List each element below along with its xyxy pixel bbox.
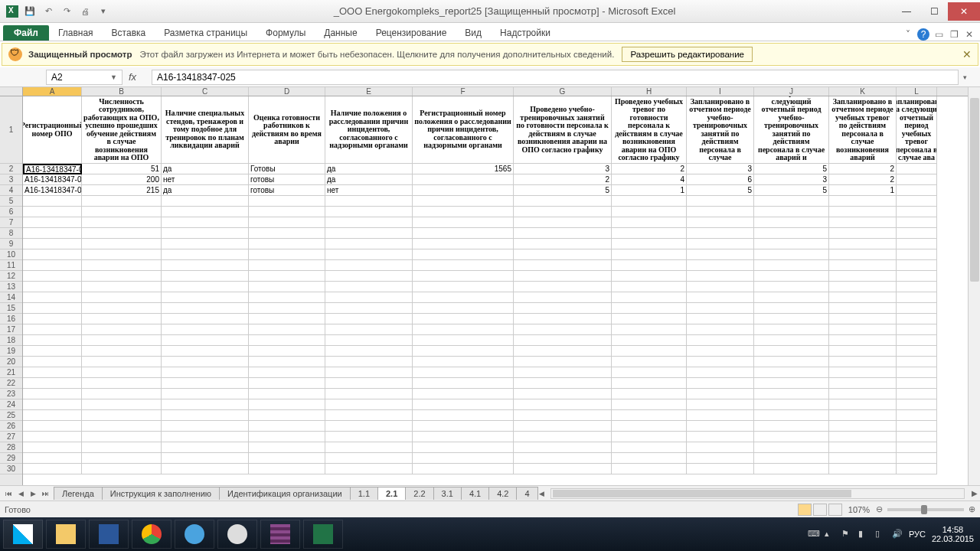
cell[interactable] [514,228,612,239]
cell[interactable] [249,453,325,464]
cell[interactable] [23,335,82,346]
row-header[interactable]: 18 [0,335,22,346]
header-cell[interactable]: Запланировано на следующий отчетный пери… [754,96,829,164]
cell[interactable]: 1565 [413,164,514,174]
header-cell[interactable]: Запланировано в отчетном периоде учебных… [829,96,897,164]
sheet-scroll-right-icon[interactable]: ▶ [969,489,980,497]
cell[interactable] [754,367,829,378]
minimize-button[interactable]: — [893,2,920,21]
column-header-K[interactable]: K [829,87,897,96]
cell[interactable] [829,314,897,324]
close-button[interactable]: ✕ [948,2,980,21]
cell[interactable] [23,217,82,228]
cell[interactable] [23,432,82,442]
cell[interactable] [897,174,937,185]
cell[interactable]: да [162,185,249,196]
cell[interactable] [687,453,754,464]
taskbar-explorer[interactable] [46,520,86,549]
cell[interactable] [249,271,325,282]
cell[interactable] [514,335,612,346]
cell[interactable] [687,357,754,367]
cell[interactable] [514,324,612,335]
cell[interactable] [82,207,162,217]
row-header[interactable]: 7 [0,217,22,228]
cell[interactable] [162,249,249,260]
cell[interactable] [897,260,937,271]
cell[interactable] [325,357,413,367]
undo-icon[interactable]: ↶ [41,5,55,18]
tray-language[interactable]: РУС [909,530,926,539]
cell[interactable] [754,314,829,324]
cell[interactable] [249,399,325,410]
cell[interactable] [325,378,413,389]
sheet-tab[interactable]: 1.1 [350,487,378,500]
row-header[interactable]: 23 [0,389,22,399]
cell[interactable] [829,196,897,207]
cell[interactable] [897,239,937,249]
protected-view-close-icon[interactable]: ✕ [962,48,972,60]
cell[interactable] [23,442,82,453]
row-header[interactable]: 17 [0,324,22,335]
cell[interactable] [162,453,249,464]
cell[interactable] [754,271,829,282]
cell[interactable] [162,442,249,453]
cell[interactable] [249,346,325,357]
taskbar-media[interactable] [175,520,214,549]
cell[interactable] [82,239,162,249]
cell[interactable] [612,335,687,346]
cell[interactable] [829,260,897,271]
cell[interactable] [897,196,937,207]
cell[interactable]: да [162,164,249,174]
header-cell[interactable]: Наличие специальных стендов, тренажеров … [162,96,249,164]
cell[interactable] [514,464,612,474]
cell[interactable]: 215 [82,185,162,196]
cell[interactable] [162,335,249,346]
cell[interactable] [897,249,937,260]
sheet-nav-next-icon[interactable]: ▶ [28,490,38,497]
cell[interactable] [687,314,754,324]
cell[interactable] [612,314,687,324]
cell[interactable]: готовы [249,174,325,185]
cell[interactable] [612,324,687,335]
cell[interactable] [23,389,82,399]
cell[interactable] [897,442,937,453]
cell[interactable] [413,249,514,260]
cell[interactable]: 200 [82,174,162,185]
cell[interactable] [23,357,82,367]
cell[interactable] [612,464,687,474]
cell[interactable] [325,314,413,324]
zoom-out-button[interactable]: ⊖ [876,504,883,514]
cell[interactable] [897,335,937,346]
cell[interactable] [162,346,249,357]
sheet-tab[interactable]: 2.2 [405,487,433,500]
cell[interactable] [413,324,514,335]
cell[interactable] [249,367,325,378]
header-cell[interactable]: Регистрационный номер положения о рассле… [413,96,514,164]
cell[interactable] [82,324,162,335]
cell[interactable] [413,442,514,453]
cell[interactable] [514,196,612,207]
header-cell[interactable]: Проведено учебно-тренировочных занятий п… [514,96,612,164]
cell[interactable] [325,217,413,228]
sheet-tab[interactable]: 4 [516,487,537,500]
cell[interactable]: нет [162,174,249,185]
min-ribbon-icon[interactable]: ▭ [933,28,945,41]
cell[interactable] [413,292,514,303]
tab-view[interactable]: Вид [456,25,491,41]
cell[interactable] [897,324,937,335]
cell[interactable] [612,249,687,260]
cell[interactable] [829,335,897,346]
cell[interactable]: 51 [82,164,162,174]
cell[interactable] [612,389,687,399]
view-page-layout-button[interactable] [813,504,827,516]
cell[interactable] [829,378,897,389]
keyboard-icon[interactable]: ⌨ [808,529,818,540]
cell[interactable] [162,282,249,292]
cell[interactable] [413,389,514,399]
cell[interactable] [897,421,937,432]
column-header-D[interactable]: D [249,87,325,96]
cell[interactable] [897,271,937,282]
cell[interactable] [82,389,162,399]
row-header[interactable]: 10 [0,249,22,260]
cell[interactable] [325,399,413,410]
